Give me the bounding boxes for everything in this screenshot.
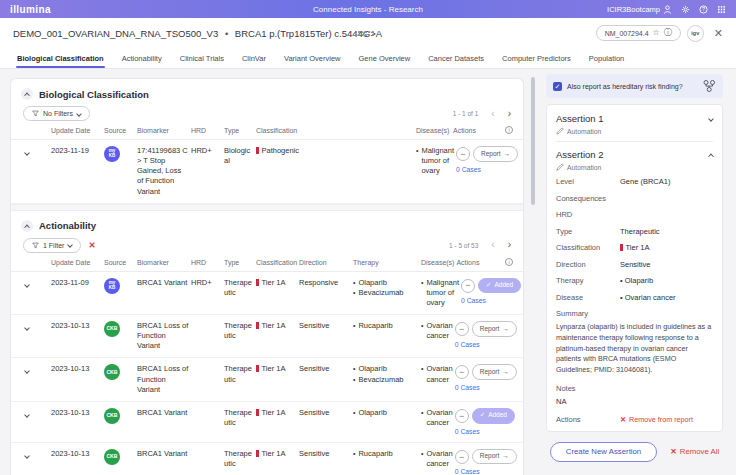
hrd-cell: HRD+ <box>191 146 222 156</box>
tab-population[interactable]: Population <box>580 48 633 68</box>
tab-biological-classification[interactable]: Biological Classification <box>8 48 113 68</box>
help-icon[interactable]: ? <box>699 5 708 14</box>
cases-link[interactable]: 0 Cases <box>455 340 515 349</box>
bullet-item: •Bevacizumab <box>353 375 419 385</box>
classification-bar <box>256 322 259 329</box>
classification-cell: Tier 1A <box>256 449 297 459</box>
remove-all-button[interactable]: ✕ Remove All <box>670 447 719 456</box>
filter-button[interactable]: No Filters <box>23 106 90 121</box>
chevron-up-icon <box>708 153 714 159</box>
assertion-1-header[interactable]: Assertion 1 <box>556 110 713 125</box>
hereditary-risk-checkbox[interactable]: ✓ <box>553 82 562 91</box>
column-header-biomarker: Biomarker <box>137 259 189 266</box>
expand-row-button[interactable] <box>21 449 49 461</box>
cases-link[interactable]: 0 Cases <box>461 296 521 305</box>
bullet-text: Ovarian cancer <box>426 449 452 469</box>
expand-row-button[interactable] <box>21 146 49 158</box>
type-cell: Therapeutic <box>224 408 254 428</box>
expand-row-button[interactable] <box>21 364 49 376</box>
bullet-text: Bevacizumab <box>358 375 403 385</box>
apps-grid-icon[interactable] <box>717 5 726 14</box>
chevron-down-icon <box>24 369 30 375</box>
report-label: Report <box>480 452 500 461</box>
collapse-button[interactable] <box>21 220 33 232</box>
chevron-down-icon <box>708 116 714 122</box>
next-page-button[interactable]: › <box>508 109 511 119</box>
exclude-button[interactable]: − <box>455 365 469 379</box>
field-label: Direction <box>556 260 620 269</box>
automation-icon <box>556 127 564 135</box>
tab-variant-overview[interactable]: Variant Overview <box>275 48 350 68</box>
previous-page-button[interactable]: ‹ <box>491 240 494 250</box>
expand-row-button[interactable] <box>21 408 49 420</box>
exclude-button[interactable]: − <box>455 409 469 423</box>
chevron-down-icon <box>24 325 30 331</box>
section-header-biological: Biological Classification <box>11 79 523 103</box>
field-label: Disease <box>556 293 620 302</box>
expand-row-button[interactable] <box>21 321 49 333</box>
exclude-button[interactable]: − <box>455 450 469 464</box>
collapse-button[interactable] <box>21 88 33 100</box>
assertion-2-title: Assertion 2 <box>556 149 604 160</box>
tab-cancer-datasets[interactable]: Cancer Datasets <box>419 48 493 68</box>
report-button[interactable]: Report→ <box>473 146 518 162</box>
report-button[interactable]: Report→ <box>472 321 517 337</box>
clear-filter-icon[interactable]: ✕ <box>88 240 95 250</box>
tab-gene-overview[interactable]: Gene Overview <box>350 48 420 68</box>
cases-link[interactable]: 0 Cases <box>455 427 515 436</box>
bullet-dot: • <box>421 278 423 308</box>
notes-value: NA <box>556 397 713 406</box>
remove-from-report-button[interactable]: ✕ Remove from report <box>620 415 693 424</box>
previous-page-button[interactable]: ‹ <box>491 109 494 119</box>
create-new-assertion-button[interactable]: Create New Assertion <box>550 442 657 462</box>
arrow-right-icon: → <box>502 452 509 461</box>
action-cell: −Report→0 Cases <box>455 449 515 475</box>
section-divider <box>11 204 523 211</box>
exclude-button[interactable]: − <box>461 279 475 293</box>
filter-button[interactable]: 1 Filter <box>23 238 81 253</box>
added-button[interactable]: ✓Added <box>478 278 521 294</box>
mykb-source-icon: myKB <box>104 146 120 162</box>
cases-link[interactable]: 0 Cases <box>455 467 515 475</box>
check-icon: ✓ <box>486 281 491 290</box>
report-button[interactable]: Report→ <box>472 449 517 465</box>
assertion-2-header[interactable]: Assertion 2 <box>556 146 713 161</box>
expand-row-button[interactable] <box>21 278 49 290</box>
panel-field-classification: ClassificationTier 1A <box>556 243 713 252</box>
check-icon: ✓ <box>480 411 485 420</box>
user-menu[interactable]: ICIR3Bootcamp <box>607 5 672 14</box>
tab-clinvar[interactable]: ClinVar <box>233 48 275 68</box>
next-page-button[interactable]: › <box>508 240 511 250</box>
tab-clinical-trials[interactable]: Clinical Trials <box>171 48 233 68</box>
igv-button[interactable]: igv <box>687 25 704 42</box>
settings-gear-icon[interactable] <box>681 5 690 14</box>
classification-cell: Tier 1A <box>256 278 297 288</box>
table-row: 2023-11-09myKBBRCA1 VariantHRD+Therapeut… <box>11 272 523 315</box>
field-value-text: Ovarian cancer <box>625 293 676 302</box>
tab-computer-predictors[interactable]: Computer Predictors <box>493 48 580 68</box>
bullet-item: •Ovarian cancer <box>421 449 453 469</box>
exclude-button[interactable]: − <box>456 147 470 161</box>
panel-field-level: LevelGene (BRCA1) <box>556 177 713 186</box>
bullet-text: Ovarian cancer <box>426 408 452 428</box>
star-icon[interactable]: ☆ <box>653 29 660 37</box>
type-cell: Therapeutic <box>224 278 254 298</box>
assertion-2-automation-badge: Automation <box>556 163 713 171</box>
table-row: 2023-10-13CKBBRCA1 Loss of Function Vari… <box>11 358 523 401</box>
filter-label: 1 Filter <box>43 242 64 249</box>
transcript-pill[interactable]: NM_007294.4 ☆ ⓘ <box>596 25 681 41</box>
tab-actionability[interactable]: Actionability <box>113 48 171 68</box>
cases-link[interactable]: 0 Cases <box>456 165 516 174</box>
biomarker-cell: BRCA1 Loss of Function Variant <box>137 321 189 351</box>
cases-link[interactable]: 0 Cases <box>455 383 515 392</box>
added-button[interactable]: ✓Added <box>472 408 515 424</box>
chevron-up-icon <box>24 224 30 230</box>
exclude-button[interactable]: − <box>455 322 469 336</box>
drag-handle[interactable] <box>355 31 375 37</box>
report-button[interactable]: Report→ <box>472 364 517 380</box>
info-icon[interactable]: i <box>505 126 513 134</box>
info-icon[interactable]: i <box>505 258 513 266</box>
info-icon[interactable]: ⓘ <box>664 29 672 37</box>
vertical-scrollbar[interactable] <box>531 77 535 205</box>
close-icon[interactable]: ✕ <box>714 28 723 39</box>
